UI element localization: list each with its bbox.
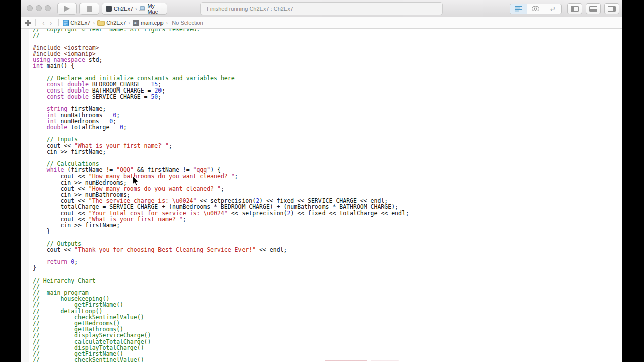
chevron-right-icon: › bbox=[135, 6, 137, 12]
utilities-panel-icon bbox=[608, 6, 616, 12]
chevron-right-icon: › bbox=[166, 20, 168, 26]
status-text: Finished running Ch2Ex7 : Ch2Ex7 bbox=[207, 6, 293, 12]
scheme-target-label: Ch2Ex7 bbox=[114, 6, 133, 12]
code-line[interactable]: cin >> firstName; bbox=[33, 149, 409, 155]
code-line[interactable]: int main() { bbox=[33, 63, 409, 69]
toggle-debug-area-button[interactable] bbox=[586, 3, 601, 14]
editor-gutter bbox=[21, 29, 29, 362]
editor-mode-control: ⇄ bbox=[510, 4, 562, 14]
breadcrumb-project[interactable]: Ch2Ex7 bbox=[70, 20, 90, 26]
code-area[interactable]: // Copyright © Year Name. All rights res… bbox=[33, 29, 409, 362]
chevron-right-icon: › bbox=[128, 20, 130, 26]
code-line[interactable]: // bbox=[33, 32, 409, 38]
debug-area-panel-icon bbox=[589, 6, 597, 12]
toggle-utilities-button[interactable] bbox=[604, 3, 619, 14]
code-line[interactable] bbox=[33, 234, 409, 240]
code-line[interactable] bbox=[33, 130, 409, 136]
toolbar-right-cluster: ⇄ bbox=[510, 3, 619, 14]
xcode-window: Ch2Ex7 › My Mac Finished running Ch2Ex7 … bbox=[21, 0, 622, 362]
toggle-navigator-button[interactable] bbox=[567, 3, 582, 14]
standard-editor-button[interactable] bbox=[510, 4, 527, 14]
code-line[interactable]: cout << "Thank you for choosing Best Cle… bbox=[33, 247, 409, 253]
toolbar: Ch2Ex7 › My Mac Finished running Ch2Ex7 … bbox=[21, 0, 622, 17]
version-editor-button[interactable]: ⇄ bbox=[544, 4, 561, 14]
activity-status-view: Finished running Ch2Ex7 : Ch2Ex7 bbox=[200, 2, 443, 15]
code-line[interactable]: cin >> firstName; bbox=[33, 222, 409, 228]
code-line[interactable]: } bbox=[33, 228, 409, 234]
navigator-panel-icon bbox=[571, 6, 579, 12]
stop-icon bbox=[87, 6, 92, 12]
folder-icon bbox=[97, 20, 105, 26]
close-window-button[interactable] bbox=[27, 5, 33, 11]
go-back-button[interactable]: ‹ bbox=[42, 19, 45, 26]
source-editor[interactable]: // Copyright © Year Name. All rights res… bbox=[21, 29, 622, 362]
version-editor-icon: ⇄ bbox=[550, 6, 555, 12]
cpp-file-icon: c+ bbox=[133, 20, 139, 26]
stop-button[interactable] bbox=[79, 3, 99, 15]
standard-editor-icon bbox=[515, 6, 523, 12]
code-line[interactable]: const double SERVICE_CHARGE = 50; bbox=[33, 94, 409, 100]
scheme-target-icon bbox=[106, 6, 112, 12]
divider bbox=[58, 19, 59, 26]
code-line[interactable]: // Heirarchy Chart bbox=[33, 278, 409, 284]
breadcrumb-file[interactable]: main.cpp bbox=[141, 20, 164, 26]
video-scrubber-remnant bbox=[325, 360, 399, 361]
code-line[interactable]: // bbox=[33, 284, 409, 290]
chevron-right-icon: › bbox=[93, 20, 95, 26]
code-line[interactable]: return 0; bbox=[33, 259, 409, 265]
code-line[interactable]: } bbox=[33, 265, 409, 271]
breadcrumb-group[interactable]: Ch2Ex7 bbox=[106, 20, 126, 26]
view-toggle-buttons bbox=[567, 3, 619, 14]
zoom-window-button[interactable] bbox=[45, 5, 51, 11]
code-line[interactable] bbox=[33, 253, 409, 259]
breadcrumb-selection[interactable]: No Selection bbox=[172, 20, 203, 26]
assistant-editor-icon bbox=[531, 6, 540, 12]
play-icon bbox=[64, 6, 70, 12]
jump-bar: ‹ › Ch2Ex7 › Ch2Ex7 › c+ main.cpp › No S… bbox=[21, 17, 622, 29]
related-items-icon[interactable] bbox=[25, 20, 31, 26]
go-forward-button[interactable]: › bbox=[50, 19, 52, 26]
scheme-destination-label: My Mac bbox=[147, 3, 163, 15]
mouse-cursor bbox=[132, 176, 139, 187]
assistant-editor-button[interactable] bbox=[527, 4, 544, 14]
run-button[interactable] bbox=[57, 3, 77, 15]
code-line[interactable]: double totalCharge = 0; bbox=[33, 124, 409, 130]
code-line[interactable]: using namespace std; bbox=[33, 57, 409, 63]
scheme-selector[interactable]: Ch2Ex7 › My Mac bbox=[102, 3, 167, 15]
project-file-icon bbox=[63, 20, 69, 26]
my-mac-icon bbox=[139, 6, 146, 12]
divider bbox=[35, 19, 36, 26]
minimize-window-button[interactable] bbox=[36, 5, 42, 11]
